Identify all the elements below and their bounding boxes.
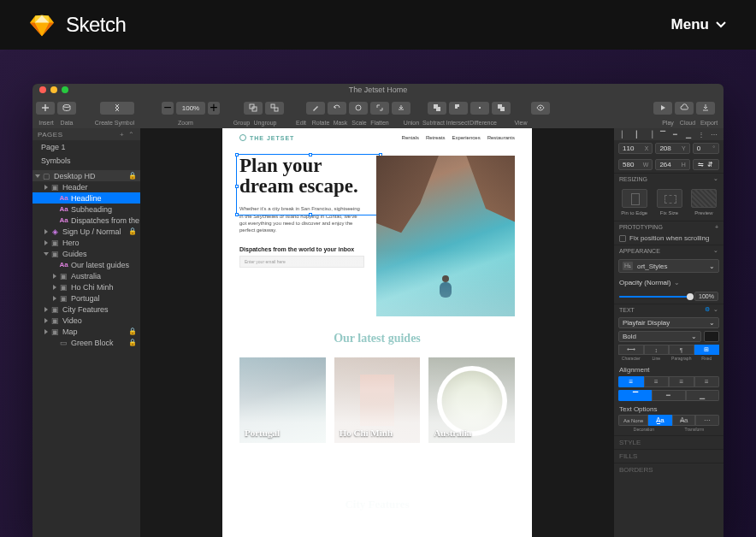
zoom-level[interactable]: 100% — [176, 102, 205, 115]
angle-field[interactable]: 0° — [693, 143, 719, 154]
edit-button[interactable] — [306, 102, 325, 115]
layer-australia-folder[interactable]: ▣Australia — [32, 270, 140, 281]
union-button[interactable] — [428, 102, 446, 115]
close-dot[interactable] — [39, 86, 46, 93]
align-justify-button[interactable]: ≡ — [694, 376, 720, 387]
canvas[interactable]: THE JETSET RentalsRetreatsExperiencesRes… — [140, 128, 614, 537]
lock-icon[interactable]: 🔒 — [128, 328, 137, 335]
flip-field[interactable]: ⇋⇵ — [693, 159, 719, 170]
layer-header[interactable]: ▣Header — [32, 181, 140, 192]
align-top-icon[interactable]: ▔ — [658, 130, 667, 139]
data-button[interactable] — [57, 102, 76, 115]
fixed-field[interactable]: ⊞ — [694, 345, 720, 355]
card-australia[interactable]: Australia — [428, 357, 515, 443]
view-button[interactable] — [531, 102, 550, 115]
opacity-slider[interactable] — [619, 296, 691, 298]
zoom-out-button[interactable]: − — [162, 102, 174, 115]
valign-middle-button[interactable]: ━ — [652, 390, 685, 401]
scale-button[interactable] — [370, 102, 389, 115]
flatten-button[interactable] — [392, 102, 410, 115]
y-field[interactable]: 208Y — [655, 143, 689, 154]
difference-button[interactable] — [492, 102, 511, 115]
deco-underline-button[interactable]: A̲a — [648, 415, 672, 426]
mask-button[interactable] — [349, 102, 368, 115]
align-right-icon[interactable]: ▕ — [645, 130, 654, 139]
page-item[interactable]: Page 1 — [32, 140, 140, 154]
layer-map[interactable]: ▣Map🔒 — [32, 326, 140, 337]
distribute-h-icon[interactable]: ⋮ — [696, 130, 706, 139]
menu-toggle[interactable]: Menu — [671, 16, 726, 33]
x-field[interactable]: 110X — [618, 143, 653, 154]
weight-select[interactable]: Bold⌄ — [618, 331, 701, 342]
headline-text[interactable]: Plan your dream escape. — [239, 156, 364, 197]
layer-green-block[interactable]: ▭Green Block🔒 — [32, 337, 140, 348]
add-icon[interactable]: + — [715, 224, 718, 230]
text-color-swatch[interactable] — [704, 331, 719, 342]
font-select[interactable]: Playfair Display⌄ — [618, 317, 719, 328]
layer-video[interactable]: ▣Video — [32, 315, 140, 326]
distribute-v-icon[interactable]: ⋯ — [709, 130, 718, 139]
export-button[interactable] — [696, 102, 715, 115]
artboard[interactable]: THE JETSET RentalsRetreatsExperiencesRes… — [222, 128, 532, 537]
layer-our-latest[interactable]: AaOur latest guides — [32, 259, 140, 270]
w-field[interactable]: 580W — [618, 159, 653, 170]
layer-guides[interactable]: ▣Guides — [32, 248, 140, 259]
fix-scroll-checkbox[interactable]: Fix position when scrolling — [614, 232, 724, 245]
lock-icon[interactable]: 🔒 — [128, 227, 137, 235]
symbols-item[interactable]: Symbols — [32, 154, 140, 168]
rotate-button[interactable] — [328, 102, 346, 115]
intersect-button[interactable] — [470, 102, 489, 115]
lock-icon[interactable]: 🔒 — [128, 339, 137, 346]
fix-size-control[interactable] — [657, 189, 682, 208]
pages-actions[interactable]: + ⌃ — [120, 131, 135, 139]
align-left-icon[interactable]: ▏ — [619, 130, 629, 139]
layer-portugal-folder[interactable]: ▣Portugal — [32, 292, 140, 304]
deco-strike-button[interactable]: A̶a — [672, 415, 696, 426]
layer-city-features[interactable]: ▣City Features — [32, 304, 140, 315]
align-right-button[interactable]: ≡ — [669, 376, 694, 387]
layer-dispatches[interactable]: AaDispatches from the — [32, 215, 140, 226]
paragraph-field[interactable]: ¶ — [669, 345, 694, 355]
layer-artboard[interactable]: ▢Desktop HD🔒 — [32, 170, 140, 181]
text-options-group: Aa None A̲a A̶a ⋯ — [618, 415, 719, 426]
layer-hochiminh-folder[interactable]: ▣Ho Chi Minh — [32, 281, 140, 292]
svg-rect-8 — [479, 107, 481, 109]
align-hcenter-icon[interactable]: ┃ — [632, 130, 641, 139]
layer-headline[interactable]: AaHeadline — [32, 192, 140, 204]
deco-none-button[interactable]: Aa None — [618, 415, 648, 426]
layer-signup[interactable]: ◈Sign Up / Normal🔒 — [32, 226, 140, 237]
card-portugal[interactable]: Portugal — [239, 357, 326, 443]
align-vcenter-icon[interactable]: ━ — [670, 130, 680, 139]
opacity-value[interactable]: 100% — [694, 292, 718, 301]
valign-top-button[interactable]: ▔ — [618, 390, 652, 401]
zoom-dot[interactable] — [62, 86, 68, 93]
valign-bottom-button[interactable]: ▁ — [686, 390, 719, 401]
play-button[interactable] — [653, 102, 672, 115]
card-hochiminh[interactable]: Ho Chi Minh — [334, 357, 421, 443]
layers-panel: PAGES + ⌃ Page 1 Symbols ▢Desktop HD🔒 ▣H… — [32, 128, 140, 537]
group-button[interactable] — [244, 102, 263, 115]
ungroup-button[interactable] — [265, 102, 284, 115]
insert-button[interactable] — [36, 102, 55, 115]
layer-hero[interactable]: ▣Hero — [32, 237, 140, 248]
layer-subheading[interactable]: AaSubheading — [32, 204, 140, 215]
char-spacing-field[interactable]: ⟷ — [618, 345, 644, 355]
logo[interactable]: Sketch — [30, 13, 126, 37]
lock-icon[interactable]: 🔒 — [128, 172, 137, 180]
align-bottom-icon[interactable]: ▁ — [683, 130, 693, 139]
h-field[interactable]: 264H — [655, 159, 689, 170]
pin-edge-control[interactable] — [622, 189, 647, 208]
align-center-button[interactable]: ≡ — [644, 376, 670, 387]
site-brand: THE JETSET — [239, 134, 294, 141]
line-height-field[interactable]: ↕ — [644, 345, 670, 355]
zoom-in-button[interactable]: + — [208, 102, 220, 115]
deco-dots-button[interactable]: ⋯ — [695, 415, 719, 426]
minimize-dot[interactable] — [50, 86, 57, 93]
email-input[interactable]: Enter your email here — [239, 256, 364, 268]
text-style-select[interactable]: H₁ort_Styles⌄ — [618, 259, 719, 273]
create-symbol-button[interactable] — [100, 102, 134, 115]
gear-icon[interactable]: ⚙ — [705, 306, 710, 313]
cloud-button[interactable] — [675, 102, 694, 115]
align-left-button[interactable]: ≡ — [618, 376, 644, 387]
subtract-button[interactable] — [449, 102, 468, 115]
